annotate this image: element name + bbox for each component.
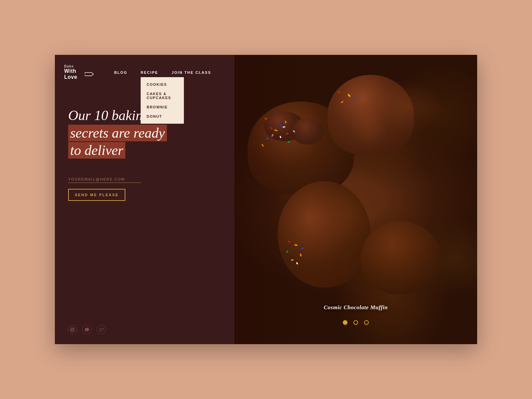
recipe-dropdown: COOKIES CAKES &CUPCAKES BROWNIE DONUT — [141, 77, 184, 124]
nav-blog[interactable]: BLOG — [114, 69, 141, 75]
blog-link[interactable]: BLOG — [114, 70, 141, 74]
svg-marker-0 — [85, 72, 93, 76]
dropdown-donut[interactable]: DONUT — [141, 112, 184, 121]
send-button[interactable]: SEND ME PLEASE — [68, 189, 125, 201]
navbar: Bake With Love BLOG RECIPE — [55, 55, 234, 80]
nav-links: BLOG RECIPE COOKIES CAKES &CUPCAKES BROW… — [114, 69, 224, 75]
recipe-link[interactable]: RECIPE — [141, 70, 172, 74]
dropdown-brownie[interactable]: BROWNIE — [141, 102, 184, 112]
nav-join-class[interactable]: JOIN THE CLASS — [172, 69, 224, 75]
carousel-dot-3[interactable] — [364, 320, 369, 325]
pinterest-icon[interactable] — [82, 325, 91, 334]
logo-bake-text: Bake — [64, 64, 94, 68]
logo-with-love-text: With Love — [64, 68, 94, 80]
dropdown-cookies[interactable]: COOKIES — [141, 80, 184, 89]
logo-area: Bake With Love — [64, 64, 94, 80]
svg-point-3 — [73, 328, 73, 329]
email-input[interactable] — [68, 176, 141, 183]
svg-point-2 — [71, 329, 73, 330]
photo-overlay — [234, 55, 477, 344]
left-panel: Bake With Love BLOG RECIPE — [55, 55, 234, 344]
logo-tag-icon — [85, 72, 94, 76]
join-class-link[interactable]: JOIN THE CLASS — [172, 70, 224, 74]
social-area — [55, 325, 234, 344]
email-form: SEND ME PLEASE — [68, 176, 224, 201]
carousel-dot-2[interactable] — [353, 320, 358, 325]
svg-rect-1 — [70, 328, 74, 332]
main-window: Bake With Love BLOG RECIPE — [55, 55, 477, 344]
nav-recipe[interactable]: RECIPE COOKIES CAKES &CUPCAKES BROWNIE D… — [141, 69, 172, 75]
twitter-icon[interactable] — [97, 325, 106, 334]
photo-caption-area: Cosmic Chocolate Muffin — [324, 304, 388, 311]
carousel-dot-1[interactable] — [343, 320, 347, 325]
photo-caption-text: Cosmic Chocolate Muffin — [324, 304, 388, 311]
instagram-icon[interactable] — [67, 325, 77, 334]
carousel-dots — [343, 320, 369, 325]
dropdown-cakes-cupcakes[interactable]: CAKES &CUPCAKES — [141, 89, 184, 102]
right-panel: Cosmic Chocolate Muffin — [234, 55, 477, 344]
